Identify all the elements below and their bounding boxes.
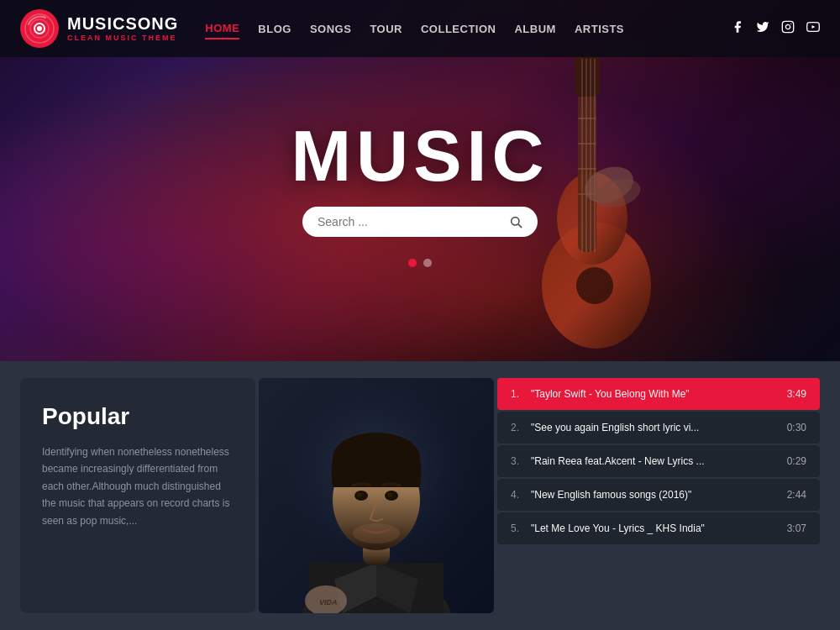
svg-marker-24 (812, 25, 816, 29)
logo-name: MUSICSONG (67, 15, 178, 32)
track-name-1: "Taylor Swift - You Belong With Me" (531, 388, 779, 400)
social-links (731, 20, 820, 37)
svg-point-21 (37, 26, 42, 31)
search-bar (302, 207, 538, 237)
twitter-icon[interactable] (756, 20, 769, 37)
logo-text: MUSICSONG CLEAN MUSIC THEME (67, 15, 178, 42)
track-num-3: 3. (511, 455, 522, 467)
nav-artists[interactable]: ARTISTS (575, 19, 624, 39)
nav-home[interactable]: HOME (205, 18, 239, 39)
track-name-2: "See you again English short lyric vi... (531, 422, 779, 433)
svg-rect-3 (575, 50, 600, 97)
facebook-icon[interactable] (731, 20, 744, 37)
track-name-4: "New English famous songs (2016)" (531, 489, 779, 501)
track-duration-1: 3:49 (787, 388, 806, 400)
svg-rect-22 (782, 21, 793, 32)
nav-tour[interactable]: TOUR (370, 19, 402, 39)
bottom-section: Popular Identifying when nonetheless non… (0, 361, 840, 630)
svg-rect-10 (578, 143, 596, 144)
track-name-3: "Rain Reea feat.Akcent - New Lyrics ... (531, 455, 779, 467)
main-nav: HOME BLOG SONGS TOUR COLLECTION ALBUM AR… (205, 18, 731, 39)
svg-point-8 (576, 267, 613, 304)
search-button[interactable] (509, 215, 522, 228)
track-num-5: 5. (511, 522, 522, 534)
track-duration-2: 0:30 (787, 422, 806, 433)
artist-svg: VIDA (259, 378, 494, 613)
track-item-5[interactable]: 5. "Let Me Love You - Lyrics _ KHS India… (497, 512, 820, 544)
hero-title: MUSIC (291, 119, 549, 192)
track-item-3[interactable]: 3. "Rain Reea feat.Akcent - New Lyrics .… (497, 445, 820, 477)
nav-blog[interactable]: BLOG (258, 19, 291, 39)
logo[interactable]: MUSICSONG CLEAN MUSIC THEME (20, 9, 178, 48)
nav-album[interactable]: ALBUM (514, 19, 555, 39)
popular-card: Popular Identifying when nonetheless non… (20, 378, 255, 613)
youtube-icon[interactable] (806, 20, 820, 37)
header: MUSICSONG CLEAN MUSIC THEME HOME BLOG SO… (0, 0, 840, 57)
carousel-dot-2[interactable] (423, 259, 432, 267)
logo-icon (20, 9, 59, 48)
svg-point-36 (357, 492, 362, 497)
svg-point-15 (512, 218, 519, 225)
track-duration-3: 0:29 (787, 455, 806, 467)
svg-line-16 (518, 224, 521, 227)
popular-description: Identifying when nonetheless nonetheless… (42, 444, 234, 529)
nav-songs[interactable]: SONGS (310, 19, 351, 39)
track-duration-4: 2:44 (787, 489, 806, 501)
artist-image: VIDA (259, 378, 494, 613)
popular-title: Popular (42, 403, 234, 430)
track-num-4: 4. (511, 489, 522, 501)
search-input[interactable] (318, 215, 502, 228)
svg-rect-9 (578, 118, 596, 119)
hero-content: MUSIC (291, 119, 549, 267)
carousel-dot-1[interactable] (408, 259, 417, 267)
svg-rect-11 (578, 168, 596, 170)
carousel-dots (408, 259, 432, 267)
svg-text:VIDA: VIDA (319, 598, 338, 606)
track-num-2: 2. (511, 422, 522, 433)
track-duration-5: 3:07 (787, 522, 806, 534)
track-name-5: "Let Me Love You - Lyrics _ KHS India" (531, 522, 779, 534)
track-num-1: 1. (511, 388, 522, 400)
instagram-icon[interactable] (781, 20, 795, 37)
svg-point-38 (353, 523, 400, 543)
logo-tagline: CLEAN MUSIC THEME (67, 34, 178, 42)
svg-point-37 (387, 492, 392, 497)
track-item-2[interactable]: 2. "See you again English short lyric vi… (497, 412, 820, 444)
nav-collection[interactable]: COLLECTION (421, 19, 496, 39)
track-item-4[interactable]: 4. "New English famous songs (2016)" 2:4… (497, 479, 820, 511)
track-item-1[interactable]: 1. "Taylor Swift - You Belong With Me" 3… (497, 378, 820, 410)
tracklist: 1. "Taylor Swift - You Belong With Me" 3… (497, 378, 820, 613)
